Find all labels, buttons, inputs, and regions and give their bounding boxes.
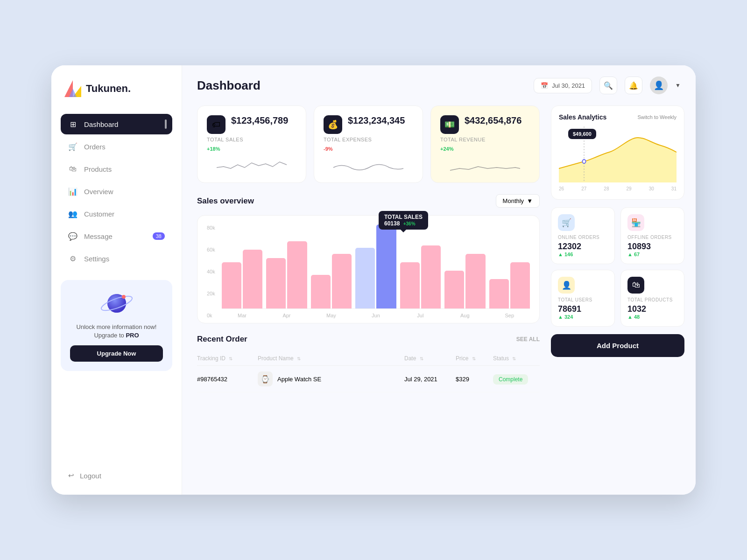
- bar: [243, 250, 262, 308]
- table-header: Tracking ID ⇅ Product Name ⇅ Date ⇅ Pric…: [197, 351, 540, 366]
- tracking-id: #98765432: [197, 376, 258, 383]
- bar-group-may: [311, 225, 352, 308]
- sales-label: TOTAL SALES: [207, 137, 296, 142]
- x-label-mar: Mar: [222, 313, 262, 318]
- order-date: Jul 29, 2021: [404, 376, 456, 383]
- message-icon: 💬: [68, 231, 78, 241]
- order-price: $329: [456, 376, 493, 383]
- revenue-label: TOTAL REVENUE: [440, 137, 530, 142]
- active-indicator: [165, 119, 167, 129]
- online-orders-value: 12302: [558, 242, 608, 252]
- bell-icon: 🔔: [629, 81, 638, 90]
- total-users-change: ▲ 324: [558, 314, 608, 320]
- x-label-apr: Apr: [266, 313, 307, 318]
- total-users-icon: 👤: [558, 277, 575, 294]
- stat-card-revenue: 💵 $432,654,876 TOTAL REVENUE +24%: [430, 105, 540, 183]
- sales-sparkline: [207, 158, 296, 173]
- calendar-icon: 📅: [541, 82, 548, 89]
- sales-overview-title: Sales overview: [197, 196, 254, 206]
- expenses-sparkline: [324, 158, 413, 173]
- sales-chart-container: TOTAL SALES 60138 +36% 80k 60k 40k 20k 0…: [197, 215, 540, 323]
- analytics-chart: $49,600 262728293031: [559, 126, 677, 192]
- x-label-may: May: [311, 313, 352, 318]
- dropdown-icon[interactable]: ▼: [675, 82, 681, 89]
- bar: [222, 262, 241, 308]
- monthly-selector[interactable]: Monthly ▼: [496, 194, 540, 208]
- revenue-value: $432,654,876: [465, 115, 521, 126]
- online-orders-card: 🛒 ONLINE ORDERS 12302 ▲ 146: [551, 207, 615, 264]
- offline-orders-icon: 🏪: [627, 214, 644, 231]
- header-actions: 📅 Jul 30, 2021 🔍 🔔 👤 ▼: [534, 77, 681, 94]
- svg-point-8: [582, 160, 585, 163]
- avatar[interactable]: 👤: [650, 77, 668, 94]
- search-button[interactable]: 🔍: [599, 77, 617, 94]
- sidebar-item-overview[interactable]: 📊 Overview: [61, 181, 172, 202]
- page-title: Dashboard: [197, 78, 534, 93]
- logout-button[interactable]: ↩ Logout: [61, 466, 172, 485]
- analytics-title: Sales Analytics: [559, 113, 606, 121]
- main-content: Dashboard 📅 Jul 30, 2021 🔍 🔔 👤 ▼: [182, 65, 696, 495]
- total-products-change: ▲ 48: [627, 314, 677, 320]
- total-products-label: TOTAL PRODUCTS: [627, 297, 677, 302]
- sidebar-item-label-dashboard: Dashboard: [84, 120, 118, 128]
- sidebar-item-label-settings: Settings: [84, 255, 109, 263]
- sales-change: +18%: [207, 146, 220, 152]
- y-label-40k: 40k: [207, 269, 215, 274]
- product-image: ⌚: [258, 371, 273, 386]
- y-label-0k: 0k: [207, 313, 215, 318]
- bar: [287, 241, 307, 308]
- total-users-label: TOTAL USERS: [558, 297, 608, 302]
- sidebar-item-label-orders: Orders: [84, 143, 106, 151]
- y-label-80k: 80k: [207, 225, 215, 231]
- bar-group-mar: [222, 225, 262, 308]
- right-panel: Sales Analytics Switch to Weekly $49,600: [551, 105, 696, 495]
- order-stats-grid: 🛒 ONLINE ORDERS 12302 ▲ 146 🏪 OFFLINE OR…: [551, 207, 684, 327]
- sidebar-item-message[interactable]: 💬 Message 38: [61, 226, 172, 246]
- sales-overview-header: Sales overview Monthly ▼: [197, 194, 540, 208]
- table-row: #98765432 ⌚ Apple Watch SE Jul 29, 2021 …: [197, 366, 540, 392]
- col-header-tracking: Tracking ID ⇅: [197, 355, 258, 362]
- sales-icon-box: 🏷: [207, 115, 226, 134]
- overview-icon: 📊: [68, 187, 78, 196]
- x-label-sep: Sep: [489, 313, 530, 318]
- sidebar-item-label-products: Products: [84, 165, 112, 173]
- bar: [311, 275, 331, 308]
- bar: [510, 262, 530, 308]
- bar: [421, 245, 441, 308]
- settings-icon: ⚙: [68, 254, 78, 263]
- logo-text: Tukunen.: [86, 83, 131, 95]
- logout-icon: ↩: [68, 471, 74, 480]
- date-text: Jul 30, 2021: [552, 82, 585, 89]
- sidebar-item-orders[interactable]: 🛒 Orders: [61, 136, 172, 157]
- online-orders-label: ONLINE ORDERS: [558, 235, 608, 240]
- offline-orders-value: 10893: [627, 242, 677, 252]
- notification-button[interactable]: 🔔: [625, 77, 642, 94]
- upgrade-button[interactable]: Upgrade Now: [70, 345, 163, 362]
- total-users-card: 👤 TOTAL USERS 78691 ▲ 324: [551, 270, 615, 327]
- see-all-link[interactable]: SEE ALL: [516, 336, 540, 343]
- analytics-x-labels: 262728293031: [559, 186, 677, 191]
- orders-table: Tracking ID ⇅ Product Name ⇅ Date ⇅ Pric…: [197, 351, 540, 392]
- search-icon: 🔍: [604, 81, 613, 90]
- switch-to-weekly[interactable]: Switch to Weekly: [637, 114, 677, 120]
- expenses-label: TOTAL EXPENSES: [324, 137, 413, 142]
- sidebar-item-customer[interactable]: 👥 Customer: [61, 203, 172, 224]
- status-badge: Complete: [493, 374, 528, 385]
- product-name: Apple Watch SE: [277, 376, 321, 383]
- expenses-change: -9%: [324, 146, 333, 152]
- sidebar-item-products[interactable]: 🛍 Products: [61, 159, 172, 179]
- sidebar-item-settings[interactable]: ⚙ Settings: [61, 248, 172, 269]
- dashboard-icon: ⊞: [68, 119, 78, 129]
- total-products-icon: 🛍: [627, 277, 644, 294]
- sidebar-item-label-customer: Customer: [84, 210, 114, 218]
- promo-illustration: [98, 289, 135, 317]
- order-status: Complete: [493, 376, 540, 383]
- offline-orders-label: OFFLINE ORDERS: [627, 235, 677, 240]
- bar: [355, 248, 375, 308]
- recent-order-title: Recent Order: [197, 335, 247, 344]
- logo-icon: [64, 80, 81, 97]
- x-label-aug: Aug: [444, 313, 485, 318]
- sidebar-item-dashboard[interactable]: ⊞ Dashboard: [61, 114, 172, 134]
- logo-area: Tukunen.: [61, 80, 172, 97]
- add-product-button[interactable]: Add Product: [551, 334, 684, 357]
